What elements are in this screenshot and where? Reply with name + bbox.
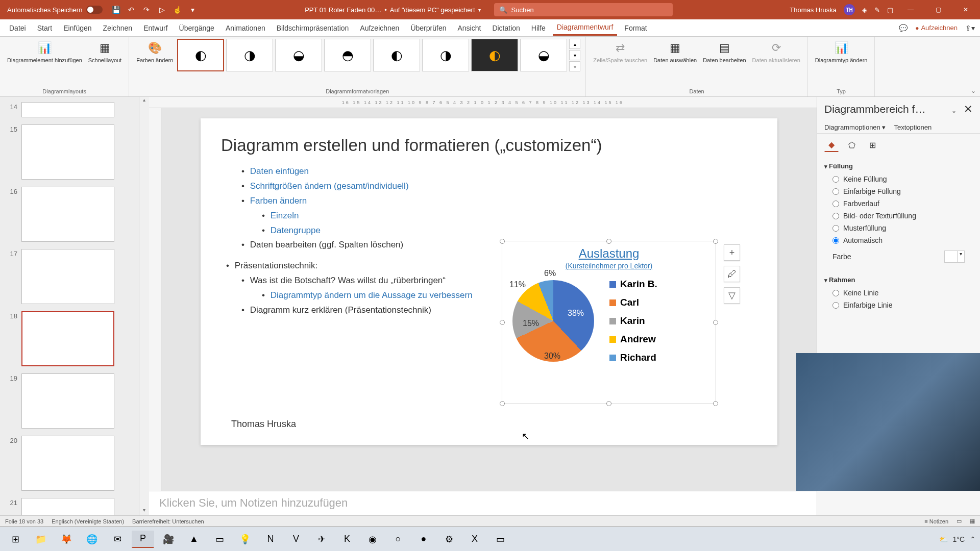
redo-icon[interactable]: ↷: [141, 5, 152, 15]
status-notes[interactable]: ≡ Notizen: [924, 518, 948, 524]
tab-ueberpruefen[interactable]: Überprüfen: [406, 21, 450, 35]
touch-icon[interactable]: ☝: [172, 5, 182, 15]
chart-filters-icon[interactable]: ▽: [724, 287, 740, 304]
tab-einfuegen[interactable]: Einfügen: [59, 21, 95, 35]
maximize-button[interactable]: ▢: [928, 3, 948, 17]
tab-praesentation[interactable]: Bildschirmpräsentation: [273, 21, 353, 35]
more-icon[interactable]: ▾: [187, 5, 198, 15]
close-button[interactable]: ✕: [955, 3, 976, 17]
thumb-20[interactable]: [21, 436, 114, 491]
status-lang[interactable]: Englisch (Vereinigte Staaten): [52, 518, 124, 524]
tray-expand-icon[interactable]: ⌃: [970, 535, 976, 543]
obs-icon[interactable]: ◉: [361, 531, 384, 548]
pane-close-icon[interactable]: ✕: [964, 103, 973, 115]
app-icon[interactable]: ▭: [489, 531, 511, 548]
tab-format[interactable]: Format: [620, 21, 651, 35]
fill-color-button[interactable]: [944, 251, 965, 263]
fill-option-picture[interactable]: Bild- oder Texturfüllung: [832, 212, 973, 220]
pane-dropdown-icon[interactable]: ⌄: [951, 107, 957, 114]
tab-hilfe[interactable]: Hilfe: [527, 21, 550, 35]
tab-zeichnen[interactable]: Zeichnen: [99, 21, 137, 35]
app-icon[interactable]: ○: [387, 531, 409, 548]
tab-aufzeichnen[interactable]: Aufzeichnen: [356, 21, 403, 35]
settings-icon[interactable]: ⚙: [438, 531, 460, 548]
fill-section-header[interactable]: Füllung: [824, 160, 973, 172]
fill-option-pattern[interactable]: Musterfüllung: [832, 224, 973, 232]
search-input[interactable]: 🔍 Suchen: [494, 3, 673, 16]
chart-styles-icon[interactable]: 🖊: [724, 266, 740, 282]
vlc-icon[interactable]: ▲: [183, 531, 205, 548]
document-name[interactable]: PPT 01 Roter Faden 00…: [305, 6, 381, 14]
view-sorter-icon[interactable]: ▦: [970, 518, 975, 524]
thumb-19[interactable]: [21, 373, 114, 429]
style-5[interactable]: ◐: [373, 39, 420, 71]
user-name[interactable]: Thomas Hruska: [790, 6, 837, 14]
thumbnail-scrollbar[interactable]: ▴▾: [139, 97, 149, 515]
status-accessibility[interactable]: Barrierefreiheit: Untersuchen: [132, 518, 204, 524]
start-slideshow-icon[interactable]: ▷: [157, 5, 167, 15]
screen-icon[interactable]: ▢: [887, 6, 893, 14]
edit-data-button[interactable]: ▤Daten bearbeiten: [701, 39, 748, 65]
thumb-16[interactable]: [21, 187, 114, 242]
app-icon[interactable]: K: [336, 531, 358, 548]
save-icon[interactable]: 💾: [111, 5, 121, 15]
change-colors-button[interactable]: 🎨Farben ändern: [134, 39, 175, 65]
start-menu-icon[interactable]: ⊞: [4, 531, 27, 548]
app-icon[interactable]: 💡: [234, 531, 256, 548]
share-icon[interactable]: ⇪▾: [965, 24, 975, 32]
collapse-ribbon-icon[interactable]: ⌄: [971, 87, 976, 94]
chart-object[interactable]: Auslastung (Kursteilnehmer pro Lektor) 3…: [502, 241, 716, 404]
minimize-button[interactable]: —: [900, 3, 921, 17]
tab-animationen[interactable]: Animationen: [222, 21, 270, 35]
diamond-icon[interactable]: ◈: [862, 6, 867, 14]
slide-title[interactable]: Diagramm erstellen und formatieren („cus…: [221, 136, 757, 155]
gallery-more-icon[interactable]: ▿: [569, 61, 580, 71]
fill-option-gradient[interactable]: Farbverlauf: [832, 199, 973, 208]
notes-pane[interactable]: Klicken Sie, um Notizen hinzuzufügen: [149, 491, 817, 515]
size-icon[interactable]: ⊞: [865, 138, 879, 152]
chart-styles-gallery[interactable]: ◐ ◑ ◒ ◓ ◐ ◑ ◐ ◒ ▴ ▾ ▿: [177, 39, 580, 71]
tab-uebergaenge[interactable]: Übergänge: [175, 21, 218, 35]
chrome-icon[interactable]: 🌐: [81, 531, 103, 548]
chart-elements-icon[interactable]: +: [724, 244, 740, 261]
bullet-link[interactable]: Einzeln: [271, 211, 299, 220]
tab-datei[interactable]: Datei: [5, 21, 30, 35]
pane-tab-text-options[interactable]: Textoptionen: [894, 123, 932, 131]
record-button[interactable]: Aufzeichnen: [911, 21, 962, 34]
style-6[interactable]: ◑: [422, 39, 469, 71]
pie-chart[interactable]: 38% 30% 15% 11% 6%: [507, 275, 599, 367]
view-normal-icon[interactable]: ▭: [957, 518, 962, 524]
fill-line-icon[interactable]: ◆: [824, 138, 839, 152]
border-option-none[interactable]: Keine Linie: [832, 289, 973, 297]
style-3[interactable]: ◒: [275, 39, 322, 71]
border-section-header[interactable]: Rahmen: [824, 274, 973, 286]
bullet-link[interactable]: Schriftgrößen ändern (gesamt/individuell…: [250, 181, 409, 191]
app-icon[interactable]: 🎥: [157, 531, 180, 548]
style-2[interactable]: ◑: [226, 39, 273, 71]
bullet-link[interactable]: Farben ändern: [250, 196, 307, 206]
telegram-icon[interactable]: ✈: [310, 531, 333, 548]
bullet-link[interactable]: Diagrammtyp ändern um die Aussage zu ver…: [271, 290, 473, 300]
slide-canvas[interactable]: Diagramm erstellen und formatieren („cus…: [201, 118, 777, 445]
save-status[interactable]: Auf "diesem PC" gespeichert: [390, 6, 475, 14]
bullet-link[interactable]: Daten einfügen: [250, 166, 309, 176]
avatar[interactable]: TH: [844, 4, 855, 15]
powerpoint-icon[interactable]: P: [132, 531, 154, 548]
excel-icon[interactable]: X: [463, 531, 486, 548]
temperature[interactable]: 1°C: [953, 535, 965, 543]
chart-legend[interactable]: Karin B. Carl Karin Andrew Richard: [609, 279, 657, 363]
thumb-14[interactable]: [21, 102, 114, 117]
border-option-solid[interactable]: Einfarbige Linie: [832, 301, 973, 309]
tab-start[interactable]: Start: [33, 21, 57, 35]
thumb-21[interactable]: [21, 498, 114, 515]
slide-thumbnails[interactable]: 14 15 16 17 18 19 20 21 22 23 24: [0, 97, 139, 515]
bullet-link[interactable]: Datengruppe: [271, 226, 321, 235]
chart-subtitle[interactable]: (Kursteilnehmer pro Lektor): [502, 262, 716, 270]
quick-layout-button[interactable]: ▦Schnelllayout: [86, 39, 124, 65]
style-4[interactable]: ◓: [324, 39, 371, 71]
app-icon[interactable]: ▭: [208, 531, 231, 548]
select-data-button[interactable]: ▦Daten auswählen: [651, 39, 699, 65]
style-8[interactable]: ◒: [520, 39, 567, 71]
tab-ansicht[interactable]: Ansicht: [453, 21, 485, 35]
tab-diagrammentwurf[interactable]: Diagrammentwurf: [553, 20, 617, 36]
